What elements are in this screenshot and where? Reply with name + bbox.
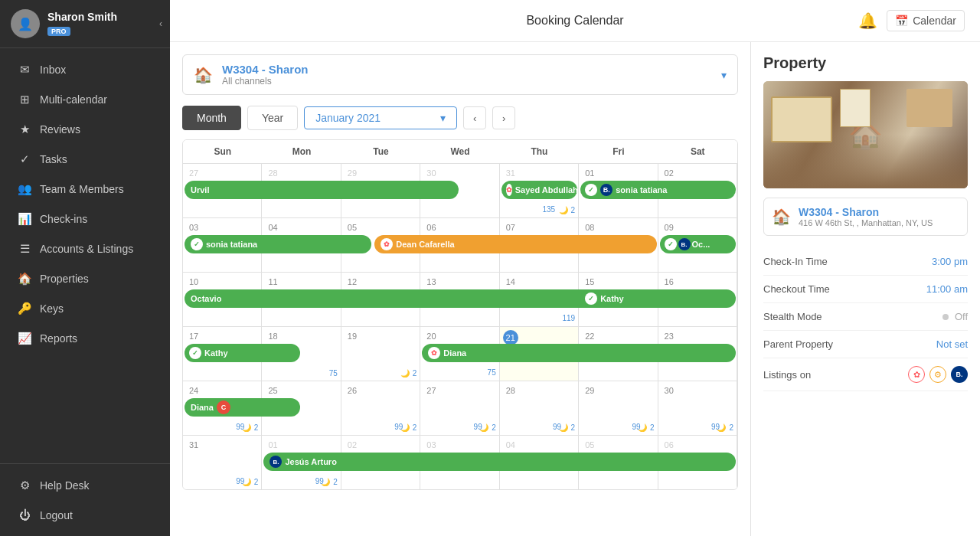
night-count[interactable]: 99 xyxy=(553,423,561,431)
calendar-day[interactable]: 06 xyxy=(420,218,499,272)
calendar-day[interactable]: 29 🌙 2 99 xyxy=(579,381,658,435)
calendar-day[interactable]: 26 🌙 2 99 xyxy=(341,381,420,435)
calendar-day[interactable]: 20 75 xyxy=(420,327,499,381)
night-count[interactable]: 99 xyxy=(394,423,403,431)
calendar-day[interactable]: 06 xyxy=(658,436,737,489)
calendar-day[interactable]: 28 🌙 2 99 xyxy=(500,381,579,435)
calendar-day[interactable]: 16 xyxy=(658,273,737,326)
calendar-day[interactable]: 31 🌙 2 135 xyxy=(500,164,579,217)
night-count[interactable]: 75 xyxy=(329,369,338,377)
calendar-day[interactable]: 19 🌙 2 xyxy=(341,327,420,381)
notification-bell-icon[interactable]: 🔔 xyxy=(858,11,877,30)
calendar-day[interactable]: 25 xyxy=(262,381,341,435)
year-view-button[interactable]: Year xyxy=(247,106,298,130)
day-count[interactable]: 2 xyxy=(254,478,259,486)
night-count[interactable]: 75 xyxy=(488,368,496,377)
day-header-sun: Sun xyxy=(183,140,262,163)
day-count[interactable]: 2 xyxy=(333,478,338,486)
power-icon: ⏻ xyxy=(17,508,32,521)
sidebar-item-keys[interactable]: 🔑 Keys xyxy=(5,294,165,323)
calendar-day[interactable]: 04 xyxy=(262,218,341,272)
month-view-button[interactable]: Month xyxy=(182,106,241,130)
night-count[interactable]: 99 xyxy=(236,477,244,485)
calendar-day[interactable]: 17 xyxy=(183,327,262,381)
sidebar-item-check-ins[interactable]: 📊 Check-ins xyxy=(5,204,165,234)
calendar-day[interactable]: 29 xyxy=(341,164,420,217)
calendar-day[interactable]: 04 xyxy=(500,436,579,489)
calendar-day[interactable]: 31 🌙 2 99 xyxy=(183,436,262,489)
calendar-day[interactable]: 14 119 xyxy=(500,273,579,326)
day-count[interactable]: 2 xyxy=(413,423,417,432)
sidebar-item-help-desk[interactable]: ⚙ Help Desk xyxy=(5,471,165,500)
calendar-day[interactable]: 01 🌙 2 99 xyxy=(262,436,341,489)
calendar-day[interactable]: 18 75 xyxy=(262,327,341,381)
calendar-day[interactable]: 01 xyxy=(579,164,658,217)
calendar-day[interactable]: 03 xyxy=(183,218,262,272)
day-count[interactable]: 2 xyxy=(492,423,496,432)
day-count[interactable]: 2 xyxy=(729,423,733,432)
sidebar-item-accounts-listings[interactable]: ☰ Accounts & Listings xyxy=(5,234,165,263)
check-in-row: Check-In Time 3:00 pm xyxy=(763,248,968,276)
sidebar-item-tasks[interactable]: ✓ Tasks xyxy=(5,145,165,174)
avatar: 👤 xyxy=(11,9,40,38)
day-count[interactable]: 2 xyxy=(571,423,576,432)
calendar-day[interactable]: 11 xyxy=(262,273,341,326)
month-selector[interactable]: January 2021 ▾ xyxy=(304,106,457,129)
next-month-button[interactable]: › xyxy=(492,106,515,129)
sidebar-item-multi-calendar[interactable]: ⊞ Multi-calendar xyxy=(5,85,165,114)
calendar-day[interactable]: 24 🌙 2 99 xyxy=(183,381,262,435)
night-count[interactable]: 99 xyxy=(236,423,244,431)
calendar-day[interactable]: 30 🌙 2 99 xyxy=(658,381,737,435)
sidebar-nav: ✉ Inbox ⊞ Multi-calendar ★ Reviews ✓ Tas… xyxy=(0,48,170,463)
sidebar-item-label: Logout xyxy=(40,509,73,521)
night-count[interactable]: 99 xyxy=(315,477,324,485)
sidebar-item-reports[interactable]: 📈 Reports xyxy=(5,324,165,353)
calendar-day[interactable]: 03 xyxy=(420,436,499,489)
sidebar-item-inbox[interactable]: ✉ Inbox xyxy=(5,55,165,84)
sidebar-item-properties[interactable]: 🏠 Properties xyxy=(5,264,165,293)
check-icon: ✓ xyxy=(17,152,32,166)
calendar-view-button[interactable]: 📅 Calendar xyxy=(887,10,965,31)
airbnb-listing-icon[interactable]: ✿ xyxy=(908,366,925,383)
calendar-day[interactable]: 23 xyxy=(658,327,737,381)
calendar-day[interactable]: 13 xyxy=(420,273,499,326)
sidebar-item-reviews[interactable]: ★ Reviews xyxy=(5,115,165,144)
day-count[interactable]: 2 xyxy=(413,369,417,377)
night-count[interactable]: 99 xyxy=(632,423,640,431)
calendar-day[interactable]: 05 xyxy=(579,436,658,489)
sidebar-item-logout[interactable]: ⏻ Logout xyxy=(5,501,165,529)
night-count[interactable]: 135 xyxy=(542,205,555,214)
homeaway-listing-icon[interactable]: ⚙ xyxy=(929,366,946,383)
calendar-day[interactable]: 30 xyxy=(420,164,499,217)
booking-com-listing-icon[interactable]: B. xyxy=(951,366,968,383)
calendar-day[interactable]: 27 🌙 2 99 xyxy=(420,381,499,435)
day-count[interactable]: 2 xyxy=(254,423,259,432)
calendar-day[interactable]: 09 xyxy=(658,218,737,272)
sidebar-collapse-button[interactable]: ‹ xyxy=(159,18,162,29)
property-selector[interactable]: 🏠 W3304 - Sharon All channels ▾ xyxy=(182,54,738,95)
stealth-label: Stealth Mode xyxy=(763,311,822,322)
night-count[interactable]: 119 xyxy=(562,314,575,322)
day-count[interactable]: 2 xyxy=(571,206,576,214)
day-count[interactable]: 2 xyxy=(650,423,655,432)
calendar-day[interactable]: 12 xyxy=(341,273,420,326)
calendar-day[interactable]: 27 xyxy=(183,164,262,217)
calendar-day[interactable]: 07 xyxy=(500,218,579,272)
calendar-day[interactable]: 15 xyxy=(579,273,658,326)
calendar-day[interactable]: 05 xyxy=(341,218,420,272)
night-count[interactable]: 99 xyxy=(711,423,720,431)
calendar-day-today[interactable]: 21 xyxy=(500,327,579,381)
calendar-day[interactable]: 22 xyxy=(579,327,658,381)
calendar-day[interactable]: 02 xyxy=(658,164,737,217)
gear-icon: ⚙ xyxy=(17,479,32,492)
calendar-day[interactable]: 28 xyxy=(262,164,341,217)
calendar-week: 31 🌙 2 99 01 🌙 xyxy=(183,436,737,489)
day-header-tue: Tue xyxy=(341,140,420,163)
calendar-week: 10 11 12 13 14 119 15 16 xyxy=(183,273,737,327)
calendar-day[interactable]: 10 xyxy=(183,273,262,326)
prev-month-button[interactable]: ‹ xyxy=(463,106,486,129)
sidebar-item-team-members[interactable]: 👥 Team & Members xyxy=(5,175,165,204)
calendar-day[interactable]: 02 xyxy=(341,436,420,489)
calendar-day[interactable]: 08 xyxy=(579,218,658,272)
night-count[interactable]: 99 xyxy=(474,423,482,431)
